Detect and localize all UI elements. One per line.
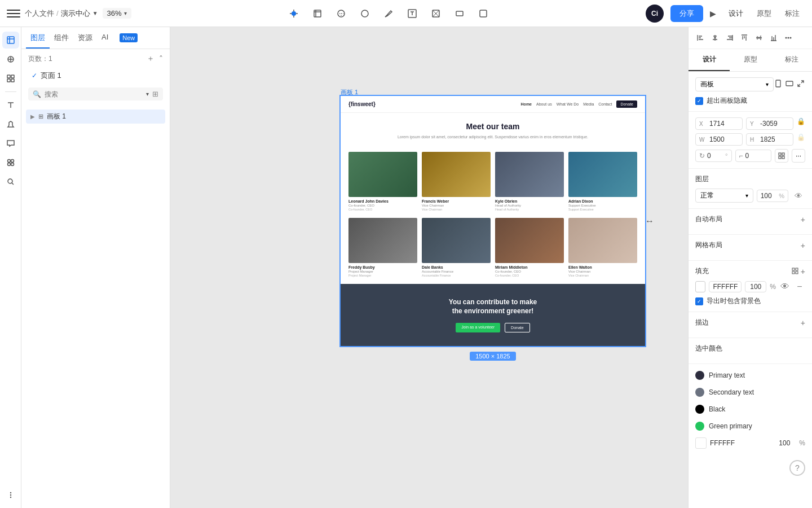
- layers-icon[interactable]: [2, 32, 19, 49]
- menu-icon[interactable]: [7, 7, 20, 20]
- frame-dropdown[interactable]: 画板 ▾: [695, 77, 774, 91]
- tab-annotation[interactable]: 标注: [779, 6, 805, 21]
- components-icon[interactable]: [2, 70, 19, 87]
- search-strip-icon[interactable]: [2, 173, 19, 190]
- right-tab-annotation[interactable]: 标注: [771, 49, 812, 71]
- fill-remove-icon[interactable]: −: [794, 281, 805, 293]
- add-grid-button[interactable]: +: [801, 241, 805, 250]
- fill-opacity-unit: %: [770, 283, 776, 291]
- team-photo-francis: [422, 152, 491, 197]
- collapse-pages-button[interactable]: ˄: [159, 54, 163, 64]
- handtool-icon[interactable]: [477, 7, 489, 20]
- component-chevron-icon[interactable]: [453, 7, 466, 20]
- shape-tool-icon[interactable]: [335, 7, 347, 20]
- layer-visibility-icon[interactable]: 👁: [792, 189, 805, 203]
- black-color-dot[interactable]: [695, 405, 704, 414]
- layer-mode-dropdown[interactable]: 正常 ▾: [695, 189, 753, 203]
- align-bottom-icon[interactable]: [767, 32, 780, 44]
- fill-hex-value[interactable]: FFFFFF: [709, 281, 742, 292]
- x-field[interactable]: X 1714: [695, 117, 743, 130]
- more-icon[interactable]: [2, 487, 19, 503]
- wh-lock-icon: 🔒: [797, 133, 805, 146]
- fill-grid-icon[interactable]: [792, 267, 798, 276]
- cta-donate-btn[interactable]: Donate: [505, 323, 530, 332]
- distribute-icon[interactable]: [782, 32, 795, 44]
- zoom-control[interactable]: 36% ▾: [103, 8, 131, 19]
- frame-landscape-icon[interactable]: [785, 79, 794, 90]
- tab-prototype[interactable]: 原型: [751, 6, 777, 21]
- help-button[interactable]: ?: [789, 460, 805, 476]
- fill-color-swatch[interactable]: [695, 281, 705, 292]
- paint-icon[interactable]: [2, 116, 19, 133]
- tab-assets[interactable]: 资源: [73, 27, 97, 49]
- zoom-chevron-icon: ▾: [124, 10, 127, 16]
- align-center-h-icon[interactable]: [709, 32, 721, 44]
- team-title-2: Head of Authority: [495, 204, 564, 207]
- search-filter-icon[interactable]: ▾: [146, 91, 149, 97]
- fill-section-header: 填充 +: [695, 266, 805, 276]
- left-sidebar: 图层 组件 资源 AI New 页数：1 ＋ ˄ ✓ 页面 1 🔍: [21, 27, 170, 508]
- align-left-icon[interactable]: [694, 32, 707, 44]
- align-middle-v-icon[interactable]: [753, 32, 765, 44]
- y-field[interactable]: Y -3059: [746, 117, 793, 130]
- add-fill-button[interactable]: +: [801, 267, 805, 276]
- w-field[interactable]: W 1500: [695, 133, 743, 146]
- page-item[interactable]: ✓ 页面 1: [28, 68, 163, 83]
- breadcrumb-current[interactable]: 演示中心 ▼: [61, 8, 98, 19]
- tab-components[interactable]: 组件: [50, 27, 73, 49]
- export-checkbox[interactable]: ✓: [695, 297, 703, 305]
- add-stroke-button[interactable]: +: [801, 318, 805, 327]
- right-tab-design[interactable]: 设计: [689, 49, 730, 71]
- bottom-fill-hex[interactable]: FFFFFF: [710, 439, 775, 447]
- move-tool-icon[interactable]: [288, 7, 300, 20]
- resize-mode-btn[interactable]: [775, 149, 788, 163]
- frame-portrait-icon[interactable]: [774, 79, 783, 90]
- share-button[interactable]: 分享: [670, 5, 703, 22]
- fill-eye-icon[interactable]: 👁: [779, 281, 791, 293]
- svg-rect-1: [314, 10, 321, 17]
- tab-ai[interactable]: AI: [97, 27, 113, 49]
- secondary-text-color-dot[interactable]: [695, 388, 704, 397]
- assets-icon[interactable]: [2, 51, 19, 68]
- overflow-checkbox[interactable]: ✓: [695, 97, 703, 105]
- pen-tool-icon[interactable]: [382, 7, 395, 20]
- text-tool-icon[interactable]: [406, 7, 418, 20]
- green-primary-color-dot[interactable]: [695, 422, 704, 431]
- opacity-field[interactable]: 100 %: [757, 190, 788, 202]
- add-auto-layout-button[interactable]: +: [801, 215, 805, 224]
- comment-icon[interactable]: [2, 135, 19, 152]
- nav-donate-btn[interactable]: Donate: [616, 100, 637, 108]
- add-page-button[interactable]: ＋: [147, 54, 155, 64]
- pages-section-header: 页数：1 ＋ ˄: [21, 49, 170, 68]
- right-tab-prototype[interactable]: 原型: [730, 49, 771, 71]
- right-panel-tabs: 设计 原型 标注: [689, 49, 812, 72]
- text-tool-strip-icon[interactable]: [2, 97, 19, 113]
- tab-new[interactable]: New: [113, 27, 142, 49]
- primary-text-color-dot[interactable]: [695, 371, 704, 380]
- frame-expand-icon[interactable]: [796, 79, 805, 90]
- more-options-btn[interactable]: ···: [792, 149, 805, 163]
- corner-radius-field[interactable]: ⌐ 0: [735, 150, 772, 162]
- fill-opacity-value[interactable]: 100: [745, 281, 766, 292]
- align-top-icon[interactable]: [738, 32, 751, 44]
- search-expand-icon[interactable]: ⊞: [152, 90, 158, 98]
- grid-icon[interactable]: [2, 154, 19, 171]
- align-right-icon[interactable]: [723, 32, 736, 44]
- pages-list: ✓ 页面 1: [21, 68, 170, 83]
- h-field[interactable]: H 1825: [746, 133, 793, 146]
- svg-rect-25: [776, 80, 780, 87]
- rotate-field[interactable]: ↻ 0 °: [695, 150, 732, 162]
- frame-tool-icon[interactable]: [311, 7, 324, 20]
- resize-handle[interactable]: ↔: [645, 216, 654, 226]
- toolbar-tabs: 设计 原型 标注: [723, 6, 805, 21]
- bottom-fill-pct[interactable]: 100: [779, 439, 796, 447]
- tab-design[interactable]: 设计: [723, 6, 749, 21]
- search-input[interactable]: [45, 90, 143, 98]
- play-icon[interactable]: ▶: [710, 9, 716, 18]
- layer-item-artboard[interactable]: ▶ ⊞ 画板 1: [26, 110, 165, 124]
- bottom-fill-swatch[interactable]: [695, 437, 707, 449]
- shape-tool-chevron-icon[interactable]: [359, 7, 371, 20]
- tab-layers[interactable]: 图层: [26, 27, 50, 49]
- component-tool-icon[interactable]: [430, 7, 442, 20]
- cta-volunteer-btn[interactable]: Join as a volunteer: [456, 323, 500, 332]
